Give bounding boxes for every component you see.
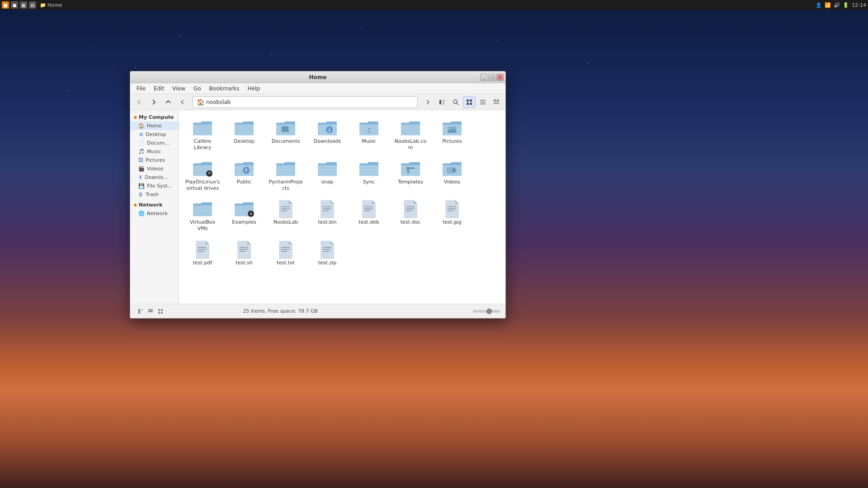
svg-rect-60 bbox=[148, 311, 153, 312]
svg-rect-41 bbox=[406, 211, 412, 211]
sidebar-item-filesystem[interactable]: 💾 File Syst... bbox=[130, 182, 179, 190]
minimize-button[interactable]: _ bbox=[480, 74, 487, 81]
address-bar[interactable]: 🏠 noobslab bbox=[193, 96, 418, 108]
zoom-track[interactable] bbox=[473, 310, 500, 313]
taskbar-battery-icon: 🔋 bbox=[843, 2, 849, 8]
search-button[interactable] bbox=[449, 96, 462, 108]
file-item-public[interactable]: ↑ Public bbox=[224, 156, 264, 195]
sidebar-item-desktop[interactable]: 🖥 Desktop bbox=[130, 130, 179, 139]
sidebar-item-videos[interactable]: 🎬 Videos bbox=[130, 164, 179, 173]
svg-rect-52 bbox=[281, 249, 290, 250]
file-item-templates[interactable]: Templates bbox=[391, 156, 430, 195]
sidebar-item-network[interactable]: 🌐 Network bbox=[130, 209, 179, 218]
icon-view-button[interactable] bbox=[463, 96, 476, 108]
sidebar-network-header[interactable]: ● Network bbox=[130, 201, 179, 209]
file-item-documents[interactable]: Documents bbox=[266, 116, 306, 155]
window-title: Home bbox=[309, 74, 327, 80]
sidebar-item-music[interactable]: 🎵 Music bbox=[130, 147, 179, 156]
up-button[interactable] bbox=[162, 96, 175, 108]
menu-go[interactable]: Go bbox=[190, 84, 205, 93]
circle-icon: ● bbox=[134, 115, 137, 119]
pictures-sidebar-icon: 🖼 bbox=[138, 157, 143, 163]
file-item-test-pdf[interactable]: test.pdf bbox=[183, 237, 222, 269]
taskbar-icon-4[interactable]: ▤ bbox=[29, 1, 36, 9]
calibre-library-label: Calibre Library bbox=[185, 138, 220, 151]
file-item-examples[interactable]: ✕ Examples bbox=[224, 197, 264, 235]
file-item-noobslab-com[interactable]: NoobsLab.com bbox=[391, 116, 430, 155]
back-button[interactable] bbox=[133, 96, 146, 108]
statusbar-btn3[interactable] bbox=[156, 306, 165, 316]
taskbar-filemanager[interactable]: 📁 Home bbox=[40, 2, 62, 8]
documents-folder-icon bbox=[275, 119, 297, 137]
file-item-virtualbox[interactable]: VirtualBox VMs bbox=[183, 197, 222, 235]
test-doc-label: test.doc bbox=[401, 219, 420, 225]
svg-rect-56 bbox=[323, 251, 329, 252]
file-item-calibre-library[interactable]: Calibre Library bbox=[183, 116, 222, 155]
videos-sidebar-icon: 🎬 bbox=[138, 166, 145, 172]
menu-bookmarks[interactable]: Bookmarks bbox=[205, 84, 243, 93]
file-item-playonlinux[interactable]: ✕ PlayOnLinux's virtual drives bbox=[183, 156, 222, 195]
svg-rect-27 bbox=[406, 167, 415, 169]
sidebar-item-downloads[interactable]: ⬇ Downlo... bbox=[130, 173, 179, 182]
desktop-folder-icon bbox=[233, 119, 255, 137]
file-item-pycharm[interactable]: PycharmProjects bbox=[266, 156, 306, 195]
maximize-button[interactable]: □ bbox=[488, 74, 495, 81]
statusbar-btn1[interactable] bbox=[136, 306, 146, 316]
file-item-test-deb[interactable]: test.deb bbox=[349, 197, 389, 235]
menu-help[interactable]: Help bbox=[244, 84, 264, 93]
file-item-noobslab[interactable]: NoobsLab bbox=[266, 197, 306, 235]
file-item-downloads[interactable]: ↓ Downloads bbox=[307, 116, 347, 155]
sidebar-item-pictures[interactable]: 🖼 Pictures bbox=[130, 156, 179, 164]
file-item-test-zip[interactable]: test.zip bbox=[307, 237, 347, 269]
file-item-pictures[interactable]: Pictures bbox=[432, 116, 472, 155]
statusbar-btn2[interactable] bbox=[146, 306, 156, 316]
menu-view[interactable]: View bbox=[169, 84, 189, 93]
sidebar-item-documents[interactable]: 📄 Docum... bbox=[130, 139, 179, 147]
taskbar-volume-icon: 🔊 bbox=[834, 2, 840, 8]
menu-edit[interactable]: Edit bbox=[150, 84, 168, 93]
menubar: File Edit View Go Bookmarks Help bbox=[130, 83, 505, 94]
taskbar-right: 👤 📶 🔊 🔋 12:14 bbox=[816, 2, 866, 8]
taskbar-icon-3[interactable]: ▦ bbox=[20, 1, 27, 9]
file-item-test-sh[interactable]: test.sh bbox=[224, 237, 264, 269]
file-item-test-txt[interactable]: test.txt bbox=[266, 237, 306, 269]
svg-rect-47 bbox=[198, 251, 204, 252]
templates-folder-label: Templates bbox=[398, 179, 423, 185]
file-item-sync[interactable]: Sync bbox=[349, 156, 389, 195]
network-item-icon: 🌐 bbox=[138, 211, 145, 216]
sidebar-item-music-label: Music bbox=[147, 149, 161, 155]
forward-button[interactable] bbox=[147, 96, 160, 108]
address-back-button[interactable] bbox=[176, 96, 189, 108]
sidebar-mycompute-header[interactable]: ● My Compute bbox=[130, 113, 179, 122]
taskbar-icon-2[interactable]: ● bbox=[11, 1, 18, 9]
close-button[interactable]: ✕ bbox=[496, 74, 504, 81]
list-view-button[interactable] bbox=[476, 96, 489, 108]
menu-file[interactable]: File bbox=[133, 84, 149, 93]
zoom-thumb[interactable] bbox=[486, 309, 492, 314]
svg-line-5 bbox=[457, 103, 458, 105]
compact-view-button[interactable] bbox=[490, 96, 503, 108]
file-item-test-jpg[interactable]: test.jpg bbox=[432, 197, 472, 235]
taskbar-icon-start[interactable]: ■ bbox=[2, 1, 9, 9]
taskbar-apps: 📁 Home bbox=[40, 2, 62, 8]
file-item-desktop[interactable]: Desktop bbox=[224, 116, 264, 155]
file-item-snap[interactable]: snap bbox=[307, 156, 347, 195]
toggle-sidebar-button[interactable] bbox=[436, 96, 448, 108]
address-forward-button[interactable] bbox=[421, 96, 434, 108]
sidebar-item-trash[interactable]: 🗑 Trash bbox=[130, 190, 179, 199]
svg-rect-40 bbox=[406, 208, 415, 209]
content-area: ● My Compute 🏠 Home 🖥 Desktop 📄 Docum...… bbox=[130, 110, 505, 304]
sidebar-item-home[interactable]: 🏠 Home bbox=[130, 122, 179, 130]
trash-sidebar-icon: 🗑 bbox=[138, 192, 143, 197]
file-item-test-doc[interactable]: test.doc bbox=[391, 197, 430, 235]
file-item-test-bin[interactable]: test.bin bbox=[307, 197, 347, 235]
svg-point-4 bbox=[453, 100, 457, 103]
file-item-videos[interactable]: Videos bbox=[432, 156, 472, 195]
file-item-music[interactable]: ♫ Music bbox=[349, 116, 389, 155]
svg-text:↑: ↑ bbox=[244, 167, 248, 173]
svg-rect-59 bbox=[148, 309, 153, 310]
desktop-folder-label: Desktop bbox=[234, 138, 254, 145]
test-jpg-icon bbox=[441, 200, 463, 218]
svg-rect-9 bbox=[470, 103, 472, 105]
test-sh-icon bbox=[233, 240, 255, 258]
